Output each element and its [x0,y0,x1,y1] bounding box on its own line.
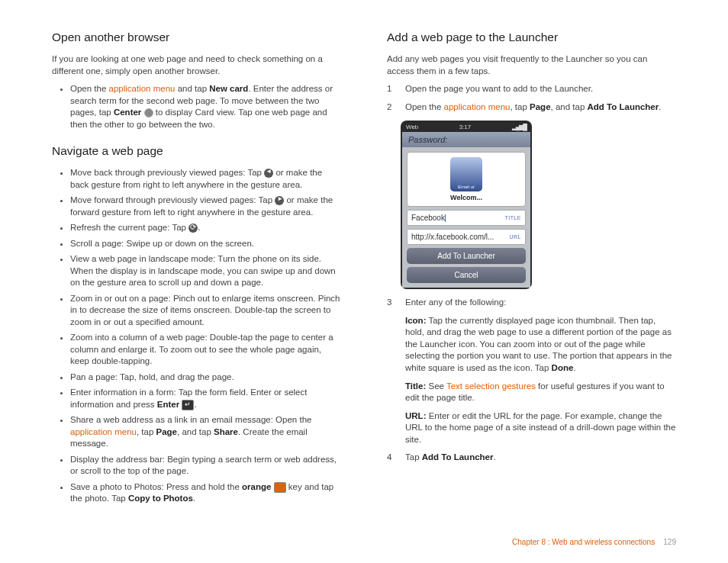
link-app-menu-2[interactable]: application menu [70,427,137,436]
step-3: Enter any of the following: [387,297,676,309]
url-desc: URL: Enter or edit the URL for the page.… [405,410,676,446]
url-value: http://x.facebook.com/l... [411,233,494,241]
url-tag: URL [509,234,521,240]
thumb-caption: Welcom... [450,194,482,201]
title-value: Facebook [411,214,445,222]
nav-pan: Pan a page: Tap, hold, and drag the page… [70,372,341,384]
title-tag: TITLE [504,215,521,220]
bullet-open-card: Open the application menu and tap New ca… [70,83,341,130]
heading-open-browser: Open another browser [52,31,341,44]
heading-navigate: Navigate a web page [52,144,341,158]
nav-form: Enter information in a form: Tap the for… [70,387,341,410]
password-bar: Password: [402,132,530,147]
status-app: Web [406,124,418,130]
link-app-menu-1[interactable]: application menu [109,84,176,93]
icon-desc: Icon: Tap the currently displayed page i… [405,315,676,375]
status-bar: Web 3:17 [402,122,530,132]
link-app-menu-3[interactable]: application menu [444,102,511,111]
footer-page: 129 [663,538,676,546]
title-field[interactable]: Facebook TITLE [407,210,526,226]
step-2: Open the application menu, tap Page, and… [387,101,676,114]
refresh-icon [188,224,198,233]
orange-key-icon [274,482,286,493]
step-1: Open the page you want to add to the Lau… [387,83,676,95]
nav-back: Move back through previously viewed page… [70,167,341,191]
nav-forward: Move forward through previously viewed p… [70,195,341,218]
nav-refresh: Refresh the current page: Tap . [70,222,341,234]
left-column: Open another browser If you are looking … [52,31,341,511]
signal-icon [512,124,527,130]
phone-screenshot: Web 3:17 Password: Email or Welcom... Fa… [401,121,532,289]
link-text-selection[interactable]: Text selection gestures [446,381,536,391]
cancel-button[interactable]: Cancel [407,267,526,283]
add-to-launcher-button[interactable]: Add To Launcher [407,248,526,264]
para-add-launcher: Add any web pages you visit frequently t… [387,53,676,77]
page-footer: Chapter 8 : Web and wireless connections… [512,538,676,546]
nav-scroll: Scroll a page: Swipe up or down on the s… [70,238,341,250]
nav-zoom-column: Zoom into a column of a web page: Double… [70,332,341,368]
nav-share: Share a web address as a link in an emai… [70,414,341,450]
footer-chapter: Chapter 8 : Web and wireless connections [512,538,655,546]
icon-card[interactable]: Email or Welcom... [407,152,526,207]
step-4: Tap Add To Launcher. [387,452,676,464]
nav-landscape: View a web page in landscape mode: Turn … [70,253,341,289]
title-desc: Title: See Text selection gestures for u… [405,381,676,404]
nav-savephoto: Save a photo to Photos: Press and hold t… [70,481,341,505]
forward-icon [275,196,284,205]
nav-zoom: Zoom in or out on a page: Pinch out to e… [70,293,341,329]
text-cursor [445,214,446,222]
url-field[interactable]: http://x.facebook.com/l... URL [407,229,526,245]
right-column: Add a web page to the Launcher Add any w… [387,31,676,511]
back-icon [264,169,273,178]
para-open-browser: If you are looking at one web page and n… [52,53,341,77]
status-time: 3:17 [459,124,472,130]
heading-add-launcher: Add a web page to the Launcher [387,31,676,44]
enter-key-icon [182,400,194,410]
page-thumbnail[interactable]: Email or [450,157,482,191]
nav-addressbar: Display the address bar: Begin typing a … [70,454,341,478]
center-button-icon [144,108,153,117]
